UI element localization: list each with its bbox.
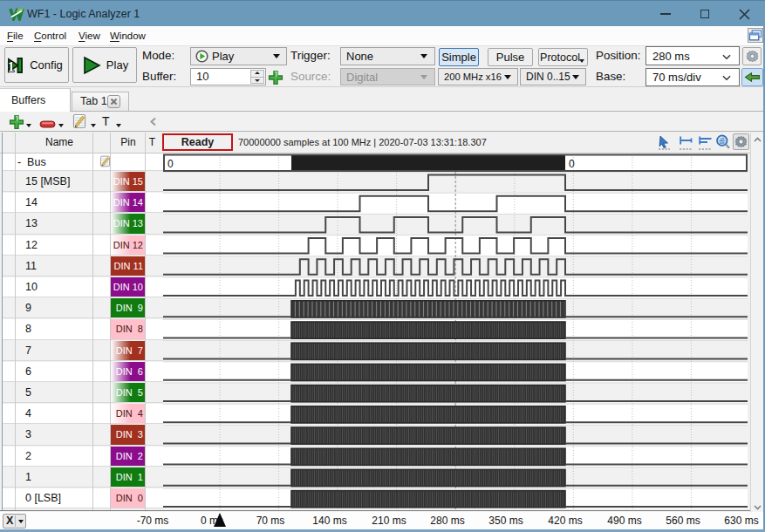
- svg-text:0: 0: [167, 158, 174, 170]
- svg-text:1: 1: [8, 58, 15, 75]
- svg-text:0: 0: [569, 158, 575, 170]
